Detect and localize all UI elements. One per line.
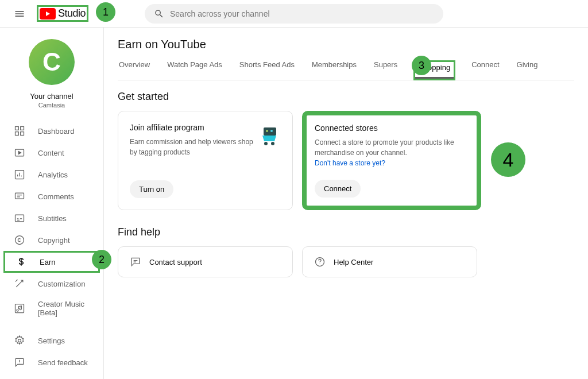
tab-shorts-feed-ads[interactable]: Shorts Feed Ads — [238, 60, 296, 80]
hamburger-menu[interactable] — [9, 3, 30, 24]
svg-point-15 — [271, 142, 274, 145]
youtube-play-icon — [40, 8, 56, 20]
annotation-1: 1 — [96, 2, 115, 22]
help-text: Contact support — [149, 258, 202, 266]
card-body: Earn commission and help viewers shop by… — [130, 137, 258, 157]
annotation-2: 2 — [92, 250, 111, 269]
sidebar: C Your channel Camtasia Dashboard Conten… — [0, 28, 103, 379]
content-icon — [14, 147, 25, 158]
card-body: Connect a store to promote your products… — [315, 137, 469, 158]
copyright-icon — [14, 234, 25, 246]
card-connected-stores: Connected stores Connect a store to prom… — [302, 111, 481, 210]
dashboard-icon — [14, 125, 25, 137]
feedback-icon — [14, 357, 25, 368]
tab-giving[interactable]: Giving — [516, 60, 539, 80]
help-contact-support[interactable]: Contact support — [118, 246, 293, 277]
section-find-help: Find help — [118, 226, 574, 238]
sidebar-item-label: Subtitles — [38, 214, 67, 223]
tab-memberships[interactable]: Memberships — [311, 60, 358, 80]
help-text: Help Center — [334, 258, 373, 266]
svg-point-14 — [264, 142, 268, 145]
annotation-3: 3 — [412, 56, 431, 75]
wand-icon — [14, 278, 25, 289]
subtitles-icon — [14, 212, 25, 224]
sidebar-item-music[interactable]: Creator Music [Beta] — [0, 295, 103, 322]
chat-icon — [130, 256, 141, 268]
no-store-link[interactable]: Don't have a store yet? — [315, 159, 469, 167]
sidebar-item-settings[interactable]: Settings — [0, 330, 103, 351]
channel-label: Your channel — [30, 92, 73, 100]
sidebar-item-customization[interactable]: Customization — [0, 273, 103, 295]
sidebar-item-earn[interactable]: Earn — [3, 251, 100, 273]
question-icon — [314, 256, 326, 268]
tab-watch-page-ads[interactable]: Watch Page Ads — [166, 60, 223, 80]
section-get-started: Get started — [118, 91, 574, 103]
svg-rect-3 — [21, 132, 24, 136]
cart-icon — [258, 123, 281, 146]
channel-avatar-section: C Your channel Camtasia — [0, 39, 103, 117]
header: Studio 1 — [0, 0, 588, 28]
svg-point-13 — [270, 130, 273, 132]
analytics-icon — [14, 169, 25, 180]
dollar-icon — [16, 256, 27, 268]
sidebar-item-label: Analytics — [38, 171, 68, 179]
logo[interactable]: Studio 1 — [37, 5, 88, 22]
sidebar-item-label: Comments — [38, 192, 74, 201]
tab-overview[interactable]: Overview — [118, 60, 151, 80]
annotation-4: 4 — [491, 142, 525, 177]
sidebar-item-label: Content — [38, 149, 64, 157]
sidebar-item-label: Earn — [40, 258, 55, 266]
sidebar-item-feedback[interactable]: Send feedback — [0, 351, 103, 373]
sidebar-item-label: Creator Music [Beta] — [38, 300, 90, 317]
gear-icon — [14, 335, 25, 346]
page-title: Earn on YouTube — [118, 38, 574, 51]
music-icon — [14, 303, 25, 314]
card-title: Join affiliate program — [130, 123, 258, 132]
sidebar-item-label: Send feedback — [38, 358, 88, 367]
sidebar-item-content[interactable]: Content — [0, 142, 103, 164]
search-bar — [145, 4, 443, 24]
main-content: Earn on YouTube Overview Watch Page Ads … — [103, 28, 588, 379]
sidebar-item-label: Copyright — [38, 236, 70, 245]
card-title: Connected stores — [315, 123, 469, 133]
channel-avatar[interactable]: C — [29, 39, 75, 85]
card-affiliate: Join affiliate program Earn commission a… — [118, 111, 293, 210]
sidebar-item-label: Dashboard — [38, 127, 75, 136]
help-center[interactable]: Help Center — [302, 246, 477, 277]
sidebar-item-comments[interactable]: Comments — [0, 185, 103, 207]
svg-point-10 — [18, 339, 21, 342]
svg-rect-0 — [16, 127, 19, 130]
svg-rect-2 — [16, 132, 19, 136]
connect-button[interactable]: Connect — [315, 180, 361, 198]
avatar-letter: C — [42, 48, 61, 76]
search-icon — [154, 9, 164, 19]
svg-rect-7 — [16, 215, 24, 222]
menu-icon — [14, 8, 25, 20]
sidebar-item-label: Settings — [38, 337, 65, 345]
sidebar-item-copyright[interactable]: Copyright — [0, 229, 103, 251]
sidebar-item-dashboard[interactable]: Dashboard — [0, 120, 103, 142]
logo-text: Studio — [58, 7, 86, 20]
svg-rect-1 — [21, 127, 24, 130]
sidebar-item-analytics[interactable]: Analytics — [0, 164, 103, 185]
search-input[interactable] — [170, 9, 434, 18]
svg-rect-11 — [264, 127, 276, 136]
tab-connect[interactable]: Connect — [470, 60, 500, 80]
svg-point-12 — [266, 130, 268, 132]
sidebar-item-label: Customization — [38, 280, 85, 288]
svg-point-8 — [16, 236, 24, 245]
turn-on-button[interactable]: Turn on — [130, 180, 173, 198]
tabs: Overview Watch Page Ads Shorts Feed Ads … — [118, 60, 574, 80]
tab-supers[interactable]: Supers — [373, 60, 399, 80]
svg-rect-6 — [16, 193, 24, 199]
channel-name: Camtasia — [38, 102, 65, 109]
sidebar-item-subtitles[interactable]: Subtitles — [0, 207, 103, 229]
comments-icon — [14, 191, 25, 202]
